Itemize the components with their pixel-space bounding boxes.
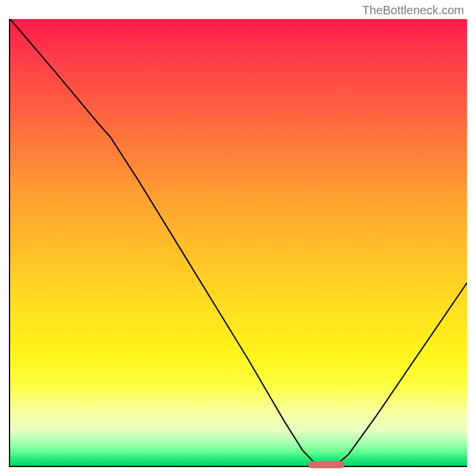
attribution-text: TheBottleneck.com [362, 4, 464, 17]
bottleneck-curve [10, 19, 467, 466]
chart-plot-area [9, 19, 467, 467]
optimum-range-marker [308, 461, 345, 468]
